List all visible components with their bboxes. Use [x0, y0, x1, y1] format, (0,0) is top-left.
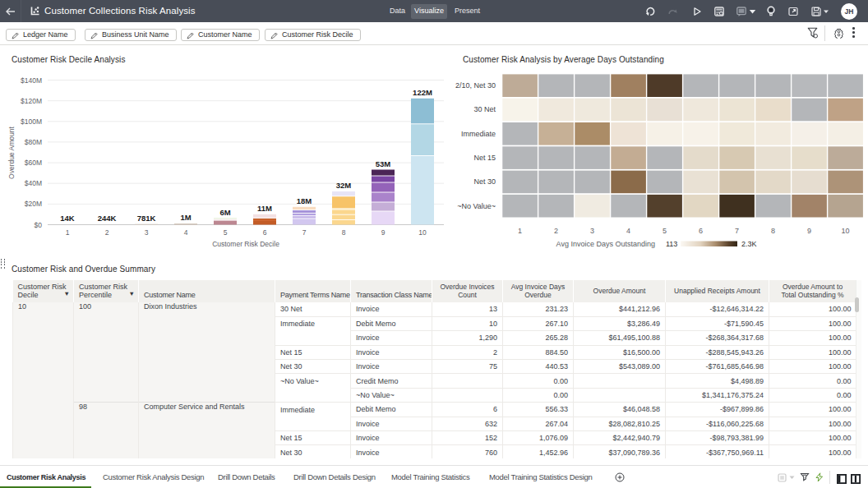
- svg-text:1: 1: [66, 228, 70, 237]
- svg-text:53M: 53M: [376, 159, 391, 168]
- svg-text:$120M: $120M: [21, 97, 42, 105]
- svg-text:781K: 781K: [137, 214, 156, 223]
- svg-text:9: 9: [381, 228, 386, 237]
- svg-text:Customer Risk Decile: Customer Risk Decile: [212, 240, 279, 248]
- svg-text:$40M: $40M: [25, 179, 42, 187]
- svg-text:$0: $0: [35, 221, 43, 229]
- svg-text:18M: 18M: [297, 196, 312, 205]
- svg-text:2/10, Net 30: 2/10, Net 30: [455, 81, 496, 90]
- svg-text:Net 30: Net 30: [473, 177, 496, 186]
- svg-text:$100M: $100M: [21, 117, 42, 126]
- svg-text:$80M: $80M: [25, 138, 42, 146]
- svg-text:5: 5: [663, 227, 667, 235]
- svg-text:10: 10: [418, 228, 427, 237]
- svg-text:10: 10: [842, 227, 850, 235]
- svg-text:5: 5: [224, 228, 228, 237]
- svg-text:2: 2: [105, 228, 109, 237]
- svg-text:122M: 122M: [413, 88, 432, 97]
- svg-text:7: 7: [302, 228, 307, 237]
- svg-text:3: 3: [145, 228, 149, 237]
- svg-text:~No Value~: ~No Value~: [457, 202, 496, 210]
- svg-text:6M: 6M: [219, 208, 230, 217]
- svg-text:Avg Invoice Days Outstanding: Avg Invoice Days Outstanding: [556, 240, 655, 248]
- svg-text:2: 2: [554, 227, 558, 235]
- svg-text:32M: 32M: [336, 181, 352, 190]
- svg-text:9: 9: [807, 227, 811, 235]
- svg-text:3: 3: [590, 227, 594, 235]
- svg-text:30 Net: 30 Net: [473, 105, 496, 113]
- svg-text:14K: 14K: [60, 214, 75, 223]
- svg-text:$60M: $60M: [25, 159, 42, 167]
- svg-text:11M: 11M: [257, 204, 272, 213]
- svg-text:Overdue Amount: Overdue Amount: [7, 126, 16, 178]
- svg-text:$20M: $20M: [25, 200, 42, 208]
- svg-text:6: 6: [263, 228, 267, 237]
- svg-text:Net 15: Net 15: [473, 154, 496, 162]
- svg-text:Immediate: Immediate: [461, 130, 496, 138]
- svg-text:8: 8: [771, 227, 775, 235]
- svg-text:2.3K: 2.3K: [741, 240, 757, 248]
- svg-text:$140M: $140M: [21, 76, 42, 85]
- svg-text:4: 4: [184, 228, 188, 237]
- svg-text:8: 8: [342, 228, 346, 237]
- svg-text:113: 113: [666, 240, 677, 248]
- svg-text:7: 7: [735, 227, 739, 235]
- svg-text:244K: 244K: [98, 214, 117, 223]
- svg-text:6: 6: [699, 227, 703, 235]
- svg-text:1: 1: [518, 227, 522, 235]
- svg-text:1M: 1M: [180, 213, 191, 222]
- svg-text:4: 4: [626, 227, 630, 235]
